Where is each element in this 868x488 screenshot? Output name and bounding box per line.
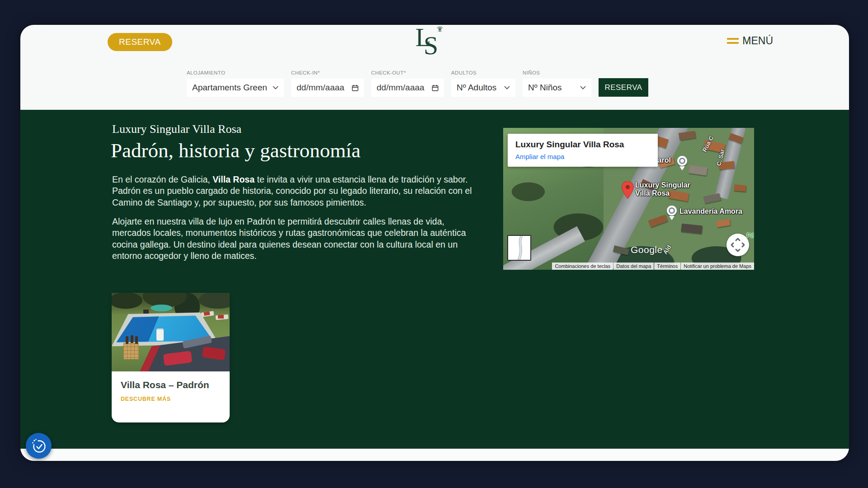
calendar-icon[interactable]: [432, 84, 439, 92]
footer-strip: [20, 449, 849, 461]
google-logo[interactable]: Google: [631, 244, 663, 255]
p1-bold: Villa Rosa: [212, 174, 255, 184]
map-label-lavanderia: Lavandería Amora: [679, 207, 742, 216]
villa-label-line1: Luxury Singular: [635, 181, 690, 189]
menu-button[interactable]: MENÚ: [727, 35, 773, 47]
checkout-label: CHECK-OUT*: [371, 70, 444, 75]
p1-before: En el corazón de Galicia,: [112, 174, 212, 184]
villa-card-cta[interactable]: DESCUBRE MÁS: [121, 396, 221, 402]
checkin-input[interactable]: [297, 83, 352, 93]
cookie-check-icon: [31, 438, 47, 454]
accommodation-select[interactable]: Apartaments Green: [187, 79, 284, 97]
children-field: NIÑOS Nº Niños: [523, 70, 591, 97]
hero-paragraph-2: Alojarte en nuestra villa de lujo en Pad…: [112, 216, 483, 262]
chevron-down-icon: [273, 86, 278, 89]
villa-card-info: Villa Rosa – Padrón DESCUBRE MÁS: [112, 371, 230, 410]
calendar-icon[interactable]: [352, 84, 359, 92]
photo-bottle: [126, 336, 128, 344]
logo-letter-s: S: [424, 30, 438, 61]
chevron-down-icon: [580, 86, 586, 89]
villa-label-line2: Villa Rosa: [635, 189, 690, 197]
hero-paragraph-1: En el corazón de Galicia, Villa Rosa te …: [112, 174, 483, 208]
map-pin-villa-red[interactable]: [622, 181, 634, 199]
photo-wicker-cube: [123, 343, 139, 359]
adults-label: ADULTOS: [451, 70, 515, 75]
inset-road-graphic: [508, 236, 531, 261]
map-label-villa: Luxury Singular Villa Rosa: [635, 181, 690, 197]
photo-towel: [218, 315, 224, 319]
header-reserve-button[interactable]: RESERVA: [108, 33, 172, 51]
park-label: Pá: [746, 232, 754, 239]
page-container: RESERVA L S MENÚ ALOJAMIENTO Apartaments…: [20, 25, 849, 461]
main-section: Luxury Singular Villa Rosa Padrón, histo…: [20, 110, 849, 449]
children-select[interactable]: Nº Niños: [523, 79, 591, 97]
adults-field: ADULTOS Nº Adultos: [451, 70, 515, 97]
google-map[interactable]: Rúa C C. Sar Ald Pá Karol Luxury Singula…: [503, 128, 754, 270]
map-enlarge-link[interactable]: Ampliar el mapa: [515, 153, 564, 160]
site-header: RESERVA L S MENÚ ALOJAMIENTO Apartaments…: [20, 25, 849, 110]
booking-reserve-button[interactable]: RESERVA: [599, 78, 648, 97]
page-title: Padrón, historia y gastronomía: [111, 139, 360, 162]
pan-arrows-icon: [730, 237, 745, 253]
villa-card[interactable]: Villa Rosa – Padrón DESCUBRE MÁS: [112, 293, 230, 422]
map-report-problem-link[interactable]: Notificar un problema de Maps: [681, 263, 754, 270]
chevron-down-icon: [504, 86, 510, 89]
photo-bottle: [131, 335, 133, 343]
children-value: Nº Niños: [528, 83, 562, 93]
photo-bottle: [135, 336, 138, 344]
checkout-field: CHECK-OUT*: [371, 70, 444, 97]
map-attribution-bar: Combinaciones de teclas Datos del mapa T…: [503, 263, 754, 270]
hero-eyebrow: Luxury Singular Villa Rosa: [112, 122, 241, 136]
villa-card-title: Villa Rosa – Padrón: [121, 380, 221, 390]
hamburger-icon: [727, 38, 739, 44]
villa-photo: [112, 293, 230, 371]
checkout-input[interactable]: [377, 83, 432, 93]
adults-select[interactable]: Nº Adultos: [451, 79, 515, 97]
cookie-consent-button[interactable]: [26, 433, 52, 459]
map-card-title: Luxury Singular Villa Rosa: [515, 140, 650, 150]
map-rooftop: [734, 184, 746, 191]
map-info-card: Luxury Singular Villa Rosa Ampliar el ma…: [508, 134, 658, 167]
photo-lantern: [156, 330, 164, 341]
accommodation-value: Apartaments Green: [192, 83, 267, 93]
map-keyboard-shortcuts[interactable]: Combinaciones de teclas: [552, 263, 613, 270]
map-pin-lavanderia[interactable]: [667, 206, 677, 216]
booking-bar: ALOJAMIENTO Apartaments Green CHECK-IN* …: [187, 70, 648, 97]
map-terms-link[interactable]: Términos: [654, 263, 680, 270]
photo-towel: [203, 311, 210, 316]
map-inset-toggle[interactable]: [507, 235, 531, 261]
checkin-label: CHECK-IN*: [291, 70, 364, 75]
map-pan-control[interactable]: [726, 234, 749, 256]
checkin-field: CHECK-IN*: [291, 70, 364, 97]
adults-value: Nº Adultos: [457, 83, 496, 93]
children-label: NIÑOS: [523, 70, 591, 75]
accommodation-label: ALOJAMIENTO: [187, 70, 284, 75]
accommodation-field: ALOJAMIENTO Apartaments Green: [187, 70, 284, 97]
map-pin-karol[interactable]: [677, 156, 687, 166]
menu-label: MENÚ: [742, 35, 773, 47]
map-data-link[interactable]: Datos del mapa: [613, 263, 654, 270]
scallop-shell-icon: [436, 26, 443, 32]
logo-monogram[interactable]: L S: [413, 25, 449, 64]
